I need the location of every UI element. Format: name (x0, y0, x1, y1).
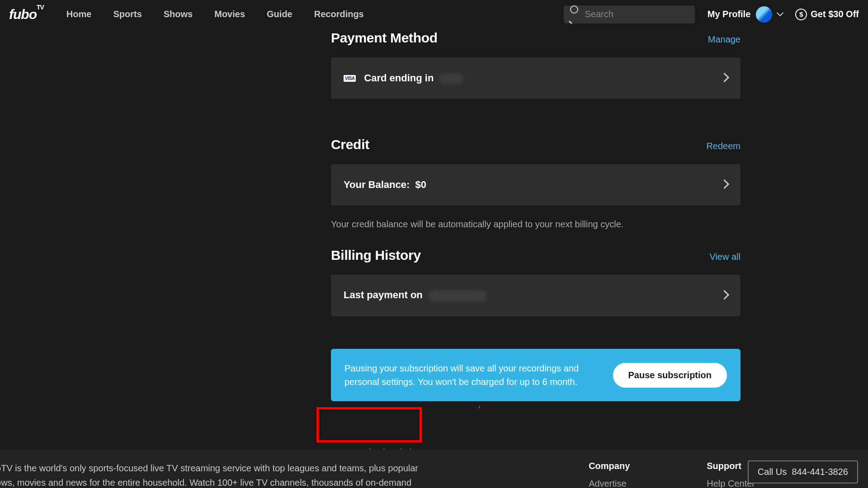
profile-menu[interactable]: My Profile (708, 6, 783, 23)
chevron-right-icon (721, 74, 728, 83)
header-right: My Profile $ Get $30 Off (564, 5, 859, 23)
credit-helper-text: Your credit balance will be automaticall… (331, 219, 741, 230)
credit-balance-row[interactable]: Your Balance: $0 (331, 164, 741, 206)
payment-title: Payment Method (331, 30, 438, 46)
credit-left: Your Balance: $0 (344, 179, 426, 191)
offer-label: Get $30 Off (811, 9, 859, 19)
call-us-number: 844-441-3826 (792, 467, 848, 477)
pause-subscription-button[interactable]: Pause subscription (613, 363, 727, 388)
dollar-icon: $ (795, 9, 807, 20)
payment-card-text: Card ending in (364, 72, 463, 84)
account-content: Payment Method Manage VISA Card ending i… (331, 30, 741, 466)
footer-company-title: Company (589, 461, 630, 471)
billing-date-redacted (428, 290, 487, 302)
payment-section-head: Payment Method Manage (331, 30, 741, 46)
visa-icon: VISA (344, 75, 356, 82)
footer-company-col: Company Advertise (589, 461, 630, 488)
credit-redeem-link[interactable]: Redeem (706, 141, 741, 151)
credit-title: Credit (331, 137, 369, 152)
billing-section-head: Billing History View all (331, 248, 741, 263)
billing-left: Last payment on (344, 289, 487, 301)
nav-movies[interactable]: Movies (214, 9, 245, 19)
nav-shows[interactable]: Shows (164, 9, 193, 19)
chevron-right-icon (721, 291, 728, 300)
main-nav: Home Sports Shows Movies Guide Recording… (66, 9, 364, 19)
footer: boTV is the world's only sports-focused … (0, 449, 868, 488)
avatar (756, 6, 772, 23)
search-icon (570, 5, 580, 23)
search-box[interactable] (564, 5, 695, 23)
chevron-down-icon (778, 10, 783, 19)
call-us-button[interactable]: Call Us 844-441-3826 (748, 460, 858, 483)
search-input[interactable] (585, 9, 688, 19)
logo-text: fubo (9, 7, 37, 22)
pause-subscription-banner: Pausing your subscription will save all … (331, 349, 741, 401)
nav-sports[interactable]: Sports (113, 9, 142, 19)
nav-home[interactable]: Home (66, 9, 92, 19)
annotation-dot (479, 406, 480, 408)
pause-banner-text: Pausing your subscription will save all … (344, 361, 584, 389)
app-header: fuboTV Home Sports Shows Movies Guide Re… (0, 0, 868, 28)
footer-advertise-link[interactable]: Advertise (589, 479, 630, 488)
nav-guide[interactable]: Guide (267, 9, 292, 19)
card-last4-redacted (439, 73, 463, 84)
billing-title: Billing History (331, 248, 421, 263)
call-us-label: Call Us (758, 467, 787, 477)
payment-card-row[interactable]: VISA Card ending in (331, 57, 741, 99)
payment-card-left: VISA Card ending in (344, 72, 463, 84)
billing-viewall-link[interactable]: View all (709, 252, 741, 262)
credit-section-head: Credit Redeem (331, 137, 741, 152)
nav-recordings[interactable]: Recordings (314, 9, 364, 19)
footer-columns: Company Advertise Support Help Center (589, 461, 755, 488)
billing-last-payment-text: Last payment on (344, 289, 487, 301)
credit-balance-value: $0 (415, 179, 426, 190)
billing-last-payment-prefix: Last payment on (344, 289, 423, 300)
credit-balance-text: Your Balance: $0 (344, 179, 426, 191)
payment-card-prefix: Card ending in (364, 72, 434, 84)
profile-label: My Profile (708, 9, 751, 19)
credit-balance-label: Your Balance: (344, 179, 410, 190)
payment-manage-link[interactable]: Manage (708, 34, 741, 45)
logo[interactable]: fuboTV (9, 7, 44, 22)
offer-link[interactable]: $ Get $30 Off (795, 9, 859, 20)
logo-suffix: TV (37, 4, 44, 11)
footer-about-text: boTV is the world's only sports-focused … (0, 461, 425, 488)
billing-last-payment-row[interactable]: Last payment on (331, 275, 741, 316)
chevron-right-icon (721, 181, 728, 189)
